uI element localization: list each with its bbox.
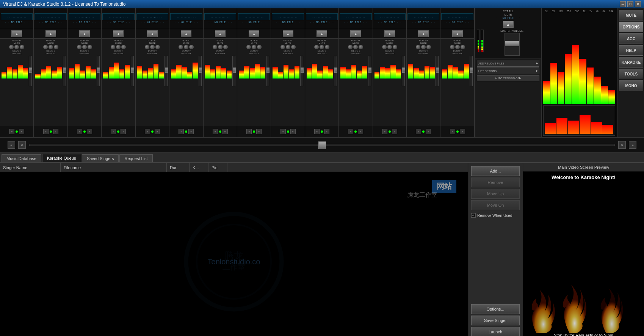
launch-button[interactable]: Launch bbox=[471, 327, 520, 336]
knob-1c[interactable] bbox=[20, 45, 24, 49]
channel-fader-7[interactable] bbox=[232, 56, 235, 86]
knob-2a[interactable] bbox=[43, 45, 48, 49]
tab-request-list[interactable]: Request List bbox=[119, 154, 152, 162]
right-sidebar: MUTE OPTIOns AGC HELP KARAOKE TOOLS MONO bbox=[617, 8, 644, 137]
mute-button[interactable]: MUTE bbox=[619, 10, 643, 20]
channel-fader-13[interactable] bbox=[436, 56, 439, 86]
channel-load-btn-9[interactable]: ▲ bbox=[283, 30, 293, 37]
maximize-button[interactable]: □ bbox=[627, 1, 633, 7]
crossfader-left-btn-2[interactable]: « bbox=[18, 141, 26, 149]
mono-button[interactable]: MONO bbox=[619, 80, 643, 91]
channel-fader-6[interactable] bbox=[199, 56, 202, 86]
channel-load-btn-2[interactable]: ▲ bbox=[45, 30, 56, 37]
channel-load-btn-7[interactable]: ▲ bbox=[215, 30, 226, 37]
channel-no-file-1: · · NO FILE · · bbox=[5, 21, 29, 24]
channel-fader-5[interactable] bbox=[165, 56, 168, 86]
col-header-singer[interactable]: Singer Name bbox=[0, 163, 61, 172]
channel-strip-9: -- -----.-- -- · · NO FILE · · ▲ REPEAT … bbox=[271, 8, 305, 137]
channel-strip-13: -- -----.-- -- · · NO FILE · · ▲ REPEAT … bbox=[407, 8, 440, 137]
col-header-pic[interactable]: Pic bbox=[208, 163, 227, 172]
knob-1a[interactable] bbox=[9, 45, 14, 49]
channel-fader-1[interactable] bbox=[29, 56, 32, 86]
close-button[interactable]: ✕ bbox=[635, 1, 641, 7]
channel-load-btn-5[interactable]: ▲ bbox=[147, 30, 158, 37]
auto-crossfade-btn[interactable]: AUTO CROSSFADE ▶ bbox=[477, 75, 539, 81]
next-btn-2[interactable]: » bbox=[53, 129, 58, 134]
save-singer-button[interactable]: Save Singer bbox=[471, 316, 520, 325]
knob-1b[interactable] bbox=[14, 45, 19, 49]
channel-load-btn-10[interactable]: ▲ bbox=[317, 30, 327, 37]
col-header-k[interactable]: K... bbox=[190, 163, 208, 172]
channel-fader-11[interactable] bbox=[368, 56, 371, 86]
knob-3a[interactable] bbox=[77, 45, 81, 49]
crossfader-knob[interactable] bbox=[318, 141, 326, 149]
channel-load-btn-3[interactable]: ▲ bbox=[79, 30, 90, 37]
channel-fader-12[interactable] bbox=[402, 56, 405, 86]
tab-music-database[interactable]: Music Database bbox=[2, 154, 41, 162]
channel-fader-3[interactable] bbox=[97, 56, 100, 86]
list-options-btn[interactable]: LIST OPTIONS ▶ bbox=[477, 68, 539, 74]
channel-load-btn-4[interactable]: ▲ bbox=[113, 30, 124, 37]
flame-graphic bbox=[523, 280, 629, 333]
move-up-button[interactable]: Move Up bbox=[471, 189, 520, 199]
spec-bar-10 bbox=[608, 90, 615, 104]
master-load-btn[interactable]: ▲ bbox=[503, 21, 514, 28]
channel-load-btn-13[interactable]: ▲ bbox=[418, 30, 429, 37]
mute-row-1: MUTE bbox=[1, 42, 33, 44]
watermark-website: 网站 bbox=[432, 180, 456, 193]
crossfader-right-btn-2[interactable]: » bbox=[629, 141, 636, 149]
fader-knob-2[interactable] bbox=[63, 68, 66, 73]
move-down-button[interactable]: Move On bbox=[471, 200, 520, 210]
channel-load-btn-14[interactable]: ▲ bbox=[452, 30, 463, 37]
add-button[interactable]: Add... bbox=[471, 166, 520, 176]
channel-fader-10[interactable] bbox=[334, 56, 337, 86]
tab-karaoke-queue[interactable]: Karaoke Queue bbox=[42, 154, 81, 162]
crossfader-left-btn-1[interactable]: « bbox=[8, 141, 15, 149]
next-btn-1[interactable]: » bbox=[19, 129, 24, 134]
crossfader-right-btn-1[interactable]: » bbox=[618, 141, 626, 149]
channel-no-file-2: · · NO FILE · · bbox=[39, 21, 63, 24]
col-header-filename[interactable]: Filename bbox=[61, 163, 167, 172]
remove-when-used-checkbox[interactable]: ✓ bbox=[471, 213, 476, 218]
rpt-all-label: RPT ALL bbox=[503, 10, 514, 13]
svg-point-0 bbox=[186, 214, 282, 309]
channel-fader-14[interactable] bbox=[470, 56, 473, 86]
channel-load-btn-6[interactable]: ▲ bbox=[181, 30, 191, 37]
video-screen: Welcome to Karaoke Night! bbox=[523, 171, 644, 336]
channel-display-1: -- -----.-- -- bbox=[1, 13, 33, 20]
add-remove-files-btn[interactable]: ADD/REMOVE FILES ▶ bbox=[477, 60, 539, 67]
channel-load-btn-1[interactable]: ▲ bbox=[11, 30, 22, 37]
prev-btn-1[interactable]: « bbox=[9, 129, 14, 134]
channel-fader-8[interactable] bbox=[266, 56, 269, 86]
knob-3c[interactable] bbox=[88, 45, 92, 49]
remove-button[interactable]: Remove bbox=[471, 177, 520, 187]
tools-button[interactable]: TOOLS bbox=[619, 69, 643, 79]
table-body: 腾龙 工作室 Tenlonstudio.co 网站 腾龙工作室 bbox=[0, 172, 468, 336]
channel-strip-14: -- -----.-- -- · · NO FILE · · ▲ REPEAT … bbox=[440, 8, 474, 137]
fader-knob-1[interactable] bbox=[29, 68, 32, 73]
master-fader[interactable] bbox=[505, 33, 520, 56]
channel-fader-4[interactable] bbox=[131, 56, 134, 86]
website-label: 网站 bbox=[432, 180, 456, 193]
knob-2c[interactable] bbox=[54, 45, 58, 49]
knob-2b[interactable] bbox=[49, 45, 53, 49]
options-button[interactable]: OPTIOns bbox=[619, 22, 643, 32]
help-button[interactable]: HELP bbox=[619, 45, 643, 56]
crossfader-track[interactable] bbox=[29, 144, 615, 146]
karaoke-button[interactable]: KARAOKE bbox=[619, 57, 643, 68]
channel-load-btn-11[interactable]: ▲ bbox=[350, 30, 361, 37]
options-btn[interactable]: Options... bbox=[471, 304, 520, 314]
master-fader-knob[interactable] bbox=[505, 41, 519, 46]
knob-3b[interactable] bbox=[82, 45, 87, 49]
channel-bottom-1: « » bbox=[0, 126, 33, 137]
channel-load-btn-8[interactable]: ▲ bbox=[249, 30, 259, 37]
channel-fader-2[interactable] bbox=[63, 56, 66, 86]
col-header-duration[interactable]: Dur: bbox=[167, 163, 190, 172]
channel-fader-9[interactable] bbox=[300, 56, 303, 86]
prev-btn-2[interactable]: « bbox=[43, 129, 49, 134]
channel-bottom-2: « » bbox=[34, 126, 67, 137]
agc-button[interactable]: AGC bbox=[619, 33, 643, 44]
tab-saved-singers[interactable]: Saved Singers bbox=[82, 154, 119, 162]
channel-load-btn-12[interactable]: ▲ bbox=[384, 30, 395, 37]
minimize-button[interactable]: ─ bbox=[620, 1, 626, 7]
